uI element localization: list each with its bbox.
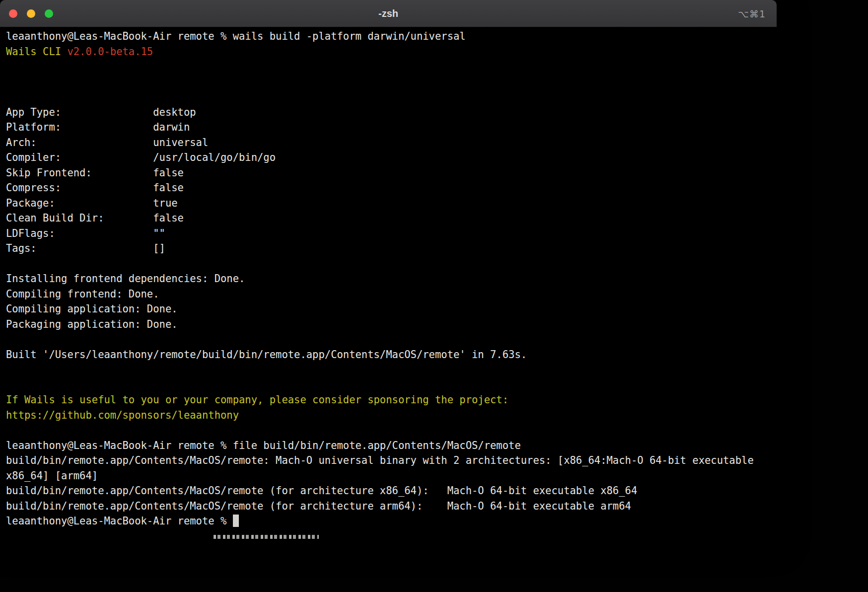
terminal-line: Tags: [] — [6, 241, 771, 256]
terminal-text: leaanthony@Leas-MacBook-Air remote % — [6, 515, 233, 527]
terminal-text: Packaging application: Done. — [6, 318, 178, 330]
terminal-line: Compiler: /usr/local/go/bin/go — [6, 150, 771, 165]
window-title: -zsh — [0, 0, 777, 27]
terminal-line: leaanthony@Leas-MacBook-Air remote % wai… — [6, 29, 771, 44]
terminal-line: Skip Frontend: false — [6, 165, 771, 181]
terminal-output[interactable]: leaanthony@Leas-MacBook-Air remote % wai… — [0, 27, 777, 529]
terminal-text: Wails CLI — [6, 46, 67, 58]
terminal-line: leaanthony@Leas-MacBook-Air remote % fil… — [6, 438, 771, 453]
terminal-text: Compiling application: Done. — [6, 303, 178, 315]
terminal-line: Built '/Users/leaanthony/remote/build/bi… — [6, 347, 771, 363]
terminal-window: -zsh ⌥⌘1 leaanthony@Leas-MacBook-Air rem… — [0, 0, 777, 531]
terminal-line — [6, 256, 771, 272]
terminal-line: Installing frontend dependencies: Done. — [6, 271, 771, 287]
terminal-line: leaanthony@Leas-MacBook-Air remote % — [6, 514, 771, 529]
terminal-text: https://github.com/sponsors/leaanthony — [6, 409, 239, 421]
terminal-text: Tags: [] — [6, 242, 165, 254]
terminal-line — [6, 423, 771, 438]
terminal-text: leaanthony@Leas-MacBook-Air remote % fil… — [6, 440, 521, 451]
terminal-text: build/bin/remote.app/Contents/MacOS/remo… — [6, 500, 631, 512]
terminal-text: Compiling frontend: Done. — [6, 288, 159, 300]
terminal-text: Compiler: /usr/local/go/bin/go — [6, 151, 276, 163]
terminal-line: x86_64] [arm64] — [6, 468, 771, 484]
terminal-line: Wails CLI v2.0.0-beta.15 — [6, 44, 771, 60]
terminal-line — [6, 332, 771, 347]
terminal-line: Compiling application: Done. — [6, 301, 771, 317]
terminal-line: build/bin/remote.app/Contents/MacOS/remo… — [6, 499, 771, 514]
terminal-line: Packaging application: Done. — [6, 317, 771, 332]
clipped-background-glyphs — [214, 535, 319, 539]
terminal-line: Clean Build Dir: false — [6, 211, 771, 226]
terminal-text: Clean Build Dir: false — [6, 212, 184, 224]
terminal-line: Platform: darwin — [6, 120, 771, 135]
terminal-line: Compiling frontend: Done. — [6, 287, 771, 302]
terminal-text: Package: true — [6, 197, 178, 209]
terminal-line: build/bin/remote.app/Contents/MacOS/remo… — [6, 453, 771, 468]
terminal-line: https://github.com/sponsors/leaanthony — [6, 408, 771, 423]
terminal-text: Installing frontend dependencies: Done. — [6, 273, 245, 285]
tab-shortcut-label: ⌥⌘1 — [738, 0, 766, 27]
titlebar[interactable]: -zsh ⌥⌘1 — [0, 0, 777, 27]
terminal-line: LDFlags: "" — [6, 226, 771, 241]
terminal-cursor — [233, 515, 239, 527]
terminal-text: x86_64] [arm64] — [6, 470, 98, 482]
terminal-line: Compress: false — [6, 180, 771, 196]
terminal-line — [6, 89, 771, 105]
terminal-text: LDFlags: "" — [6, 227, 165, 239]
terminal-text: Compress: false — [6, 182, 184, 194]
terminal-text: build/bin/remote.app/Contents/MacOS/remo… — [6, 485, 637, 497]
terminal-text: If Wails is useful to you or your compan… — [6, 394, 508, 406]
terminal-text: leaanthony@Leas-MacBook-Air remote % wai… — [6, 30, 466, 42]
terminal-text: build/bin/remote.app/Contents/MacOS/remo… — [6, 454, 754, 466]
terminal-text: Skip Frontend: false — [6, 167, 184, 179]
terminal-line: Package: true — [6, 196, 771, 211]
terminal-line: If Wails is useful to you or your compan… — [6, 392, 771, 408]
terminal-text: Arch: universal — [6, 137, 208, 148]
terminal-text: Platform: darwin — [6, 121, 190, 133]
terminal-line — [6, 362, 771, 377]
desktop: -zsh ⌥⌘1 leaanthony@Leas-MacBook-Air rem… — [0, 0, 868, 592]
terminal-line — [6, 74, 771, 90]
terminal-text: Built '/Users/leaanthony/remote/build/bi… — [6, 349, 527, 361]
terminal-line — [6, 59, 771, 74]
terminal-text: v2.0.0-beta.15 — [67, 46, 153, 58]
terminal-line: Arch: universal — [6, 135, 771, 150]
terminal-line — [6, 377, 771, 393]
terminal-text: App Type: desktop — [6, 106, 196, 118]
terminal-line: App Type: desktop — [6, 105, 771, 120]
terminal-line: build/bin/remote.app/Contents/MacOS/remo… — [6, 483, 771, 499]
